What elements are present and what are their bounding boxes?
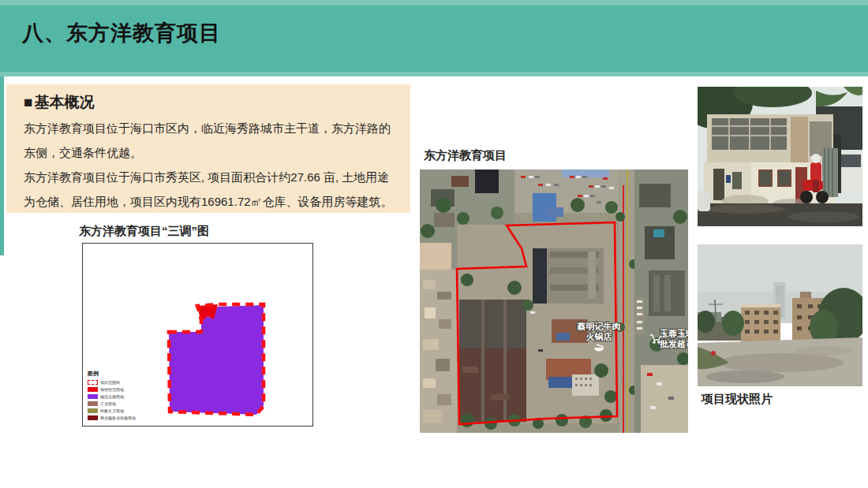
legend-swatch-industrial bbox=[88, 401, 98, 406]
photos-caption: 项目现状照片 bbox=[702, 392, 773, 407]
overview-paragraph-2: 东方洋教育项目位于海口市秀英区, 项目面积合计约27.66 亩, 土地用途为仓储… bbox=[24, 165, 396, 214]
overview-text: 东方洋教育项目位于海口市区内，临近海秀路城市主干道，东方洋路的东侧，交通条件优越… bbox=[24, 116, 396, 214]
overview-heading: ■ 基本概况 bbox=[24, 92, 94, 113]
satellite-right-area bbox=[634, 169, 688, 433]
legend-row: 工业用地 bbox=[88, 400, 151, 407]
satellite-title: 东方洋教育项目 bbox=[424, 148, 507, 163]
overview-paragraph-1: 东方洋教育项目位于海口市区内，临近海秀路城市主干道，东方洋路的东侧，交通条件优越… bbox=[24, 116, 396, 165]
slide-title: 八、东方洋教育项目 bbox=[22, 19, 221, 47]
site-photo-grounds bbox=[698, 244, 862, 386]
legend-row: 项目范围线 bbox=[88, 378, 151, 386]
legend-row: 商业服务业设施用地 bbox=[88, 414, 151, 421]
svg-text:蔡明记牛肉: 蔡明记牛肉 bbox=[577, 322, 621, 331]
overview-heading-text: 基本概况 bbox=[34, 92, 94, 113]
photo-building-drawing bbox=[698, 87, 862, 226]
site-photo-building bbox=[698, 87, 862, 226]
poi-market-label: 玉蓉玉珍 批发超市 bbox=[659, 329, 688, 348]
svg-text:批发超市: 批发超市 bbox=[659, 339, 688, 348]
square-bullet-icon: ■ bbox=[24, 94, 32, 111]
survey-map-figure: 图例 项目范围线 城镇住宅用地 物流仓储用地 工业用地 科教文卫用地 商业服务业… bbox=[82, 243, 313, 427]
legend-label: 项目范围线 bbox=[100, 380, 120, 385]
legend-row: 物流仓储用地 bbox=[88, 393, 151, 400]
satellite-drawing: 蔡明记牛肉 火锅店 玉蓉玉珍 批发超市 bbox=[420, 169, 688, 433]
satellite-left-area bbox=[420, 243, 457, 433]
legend-swatch-residential bbox=[88, 387, 98, 392]
header-band: 八、东方洋教育项目 bbox=[0, 0, 868, 76]
left-accent-strip bbox=[0, 76, 4, 255]
legend-swatch-education bbox=[88, 408, 98, 413]
satellite-photo: 蔡明记牛肉 火锅店 玉蓉玉珍 批发超市 bbox=[420, 169, 688, 433]
parcel-main bbox=[169, 305, 264, 415]
legend-swatch-warehouse bbox=[88, 394, 98, 399]
photo-grounds-drawing bbox=[698, 244, 862, 386]
legend-swatch-boundary bbox=[88, 380, 98, 385]
overview-panel: ■ 基本概况 东方洋教育项目位于海口市区内，临近海秀路城市主干道，东方洋路的东侧… bbox=[6, 84, 410, 213]
svg-text:火锅店: 火锅店 bbox=[586, 332, 613, 341]
legend-row: 城镇住宅用地 bbox=[88, 386, 151, 393]
legend-label: 物流仓储用地 bbox=[100, 394, 124, 399]
svg-text:玉蓉玉珍: 玉蓉玉珍 bbox=[660, 329, 688, 338]
legend-label: 城镇住宅用地 bbox=[100, 387, 124, 392]
legend-label: 商业服务业设施用地 bbox=[100, 415, 136, 420]
legend-label: 科教文卫用地 bbox=[100, 408, 124, 413]
map-legend: 图例 项目范围线 城镇住宅用地 物流仓储用地 工业用地 科教文卫用地 商业服务业… bbox=[88, 370, 151, 421]
legend-row: 科教文卫用地 bbox=[88, 407, 151, 414]
legend-label: 工业用地 bbox=[100, 401, 116, 406]
legend-swatch-commercial bbox=[88, 415, 98, 420]
survey-map-title: 东方洋教育项目“三调”图 bbox=[79, 224, 209, 239]
legend-title: 图例 bbox=[88, 370, 151, 378]
